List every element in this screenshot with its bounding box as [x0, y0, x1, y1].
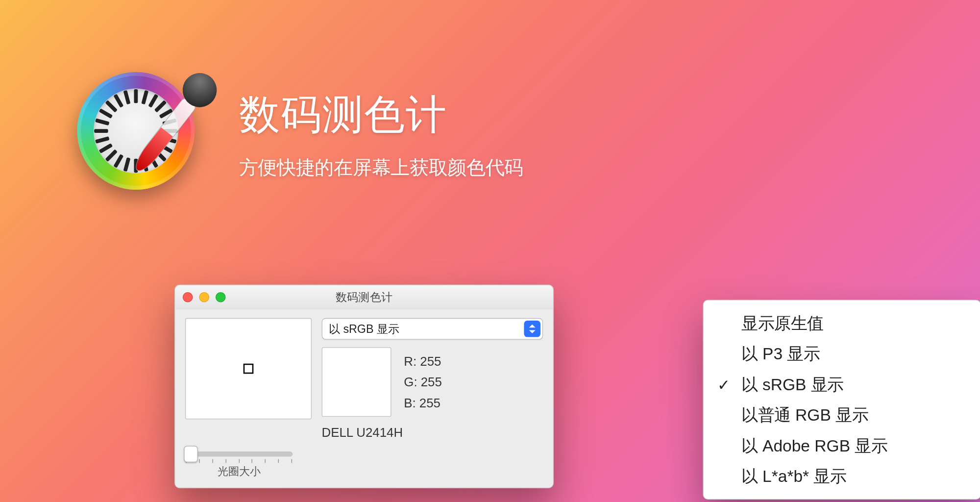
colorspace-menu[interactable]: 显示原生值以 P3 显示✓以 sRGB 显示以普通 RGB 显示以 Adobe …: [703, 300, 980, 500]
window-title: 数码测色计: [175, 289, 553, 304]
menu-item-label: 以 Adobe RGB 显示: [741, 436, 887, 455]
app-title: 数码测色计: [239, 87, 524, 142]
menu-item-label: 以普通 RGB 显示: [741, 405, 868, 425]
titlebar[interactable]: 数码测色计: [175, 285, 553, 309]
slider-thumb[interactable]: [184, 446, 197, 462]
color-meter-window: 数码测色计 以 sRGB 显示 R: 255 G: 255: [174, 285, 554, 488]
colorspace-selected-label: 以 sRGB 显示: [329, 321, 400, 336]
menu-item-colorspace[interactable]: 以 Adobe RGB 显示: [704, 430, 980, 461]
header: 数码测色计 方便快捷的在屏幕上获取颜色代码: [63, 58, 523, 204]
aperture-label: 光圈大小: [185, 464, 293, 479]
menu-item-label: 以 L*a*b* 显示: [741, 467, 846, 486]
aperture-indicator: [244, 364, 254, 374]
chevron-updown-icon: [524, 321, 540, 337]
color-swatch: [322, 347, 392, 417]
app-subtitle: 方便快捷的在屏幕上获取颜色代码: [239, 155, 524, 181]
magnifier-preview: [185, 318, 312, 419]
digital-color-meter-icon: [63, 58, 209, 204]
colorspace-select[interactable]: 以 sRGB 显示: [322, 318, 543, 340]
menu-item-colorspace[interactable]: ✓以 sRGB 显示: [704, 369, 980, 400]
menu-item-colorspace[interactable]: 以普通 RGB 显示: [704, 400, 980, 430]
slider-ticks: [185, 459, 293, 463]
menu-item-colorspace[interactable]: 以 P3 显示: [704, 339, 980, 369]
menu-item-label: 以 sRGB 显示: [741, 375, 844, 394]
rgb-readout: R: 255 G: 255 B: 255: [404, 347, 441, 417]
menu-item-colorspace[interactable]: 显示原生值: [704, 308, 980, 338]
display-name-label: DELL U2414H: [322, 426, 543, 440]
aperture-slider[interactable]: [185, 452, 293, 456]
menu-item-colorspace[interactable]: 以 L*a*b* 显示: [704, 461, 980, 491]
close-button[interactable]: [183, 292, 193, 302]
menu-item-label: 显示原生值: [741, 314, 824, 333]
minimize-button[interactable]: [199, 292, 209, 302]
check-icon: ✓: [717, 374, 730, 395]
menu-item-label: 以 P3 显示: [741, 344, 820, 363]
zoom-button[interactable]: [216, 292, 226, 302]
